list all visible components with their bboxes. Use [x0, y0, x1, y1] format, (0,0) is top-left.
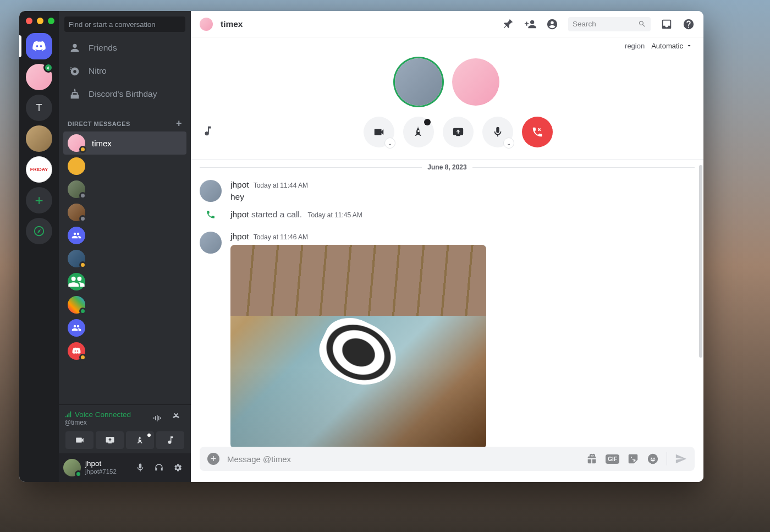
gif-button[interactable]: GIF: [606, 454, 619, 464]
call-participant[interactable]: [452, 58, 499, 106]
date-text: June 8, 2023: [427, 163, 466, 171]
status-offline-icon: [79, 215, 86, 222]
gift-button[interactable]: [586, 453, 598, 465]
help-button[interactable]: [683, 18, 695, 30]
video-options-dropdown[interactable]: ⌄: [384, 138, 395, 149]
hangup-button[interactable]: [522, 117, 553, 147]
message-author[interactable]: jhpot: [230, 180, 249, 190]
pinned-messages-button[interactable]: [502, 18, 514, 30]
maximize-window-button[interactable]: [48, 18, 54, 24]
message-author[interactable]: jhpot: [230, 232, 249, 242]
sticker-button[interactable]: [627, 453, 639, 465]
soundboard-button[interactable]: [156, 431, 184, 449]
avatar: [68, 250, 85, 267]
nav-label: Nitro: [89, 66, 107, 76]
server-item[interactable]: [26, 64, 52, 90]
screen-share-button[interactable]: [96, 431, 124, 449]
nitro-tab[interactable]: Nitro: [63, 59, 186, 83]
explore-servers-button[interactable]: [26, 218, 52, 244]
message-timestamp: Today at 11:44 AM: [254, 182, 308, 189]
minimize-window-button[interactable]: [37, 18, 43, 24]
dm-item[interactable]: [63, 316, 186, 339]
friends-tab[interactable]: Friends: [63, 36, 186, 59]
screen-share-icon: [105, 435, 115, 445]
activity-button[interactable]: [126, 431, 154, 449]
call-participant[interactable]: [395, 58, 442, 106]
audio-wave-icon: [152, 413, 162, 423]
notification-dot: [424, 119, 431, 125]
region-dropdown[interactable]: Automatic: [651, 42, 692, 50]
close-window-button[interactable]: [26, 18, 32, 24]
server-label: FRIDAY: [30, 167, 48, 172]
add-friends-button[interactable]: [524, 18, 536, 30]
status-offline-icon: [79, 192, 86, 199]
video-call-button[interactable]: ⌄: [364, 117, 394, 147]
birthday-tab[interactable]: Discord's Birthday: [63, 83, 186, 106]
user-info[interactable]: jhpot jhpot#7152: [85, 459, 127, 476]
avatar: [68, 296, 85, 314]
scrollbar-thumb[interactable]: [699, 165, 702, 358]
settings-button[interactable]: [169, 459, 186, 476]
user-avatar[interactable]: [63, 459, 81, 476]
create-dm-button[interactable]: +: [176, 118, 182, 129]
search-input[interactable]: Search: [568, 17, 651, 31]
status-idle-icon: [79, 146, 86, 153]
screen-share-call-button[interactable]: [443, 117, 474, 147]
activity-call-button[interactable]: [403, 117, 434, 147]
nav-label: Friends: [89, 43, 117, 53]
dm-item[interactable]: [63, 270, 186, 293]
soundboard-toggle[interactable]: [202, 125, 214, 139]
message-avatar[interactable]: [200, 180, 222, 202]
message-avatar[interactable]: [200, 232, 222, 254]
pin-icon: [502, 18, 514, 30]
message: jhpot Today at 11:46 AM: [200, 229, 695, 447]
emoji-icon: [647, 453, 659, 465]
deafen-button[interactable]: [150, 459, 168, 476]
message-author[interactable]: jhpot: [230, 210, 249, 219]
voice-connection-status[interactable]: Voice Connected: [64, 410, 131, 419]
mute-button[interactable]: [131, 459, 149, 476]
avatar: [68, 180, 85, 198]
voice-panel: Voice Connected @timex: [59, 404, 191, 453]
attach-button[interactable]: +: [207, 453, 219, 465]
add-server-button[interactable]: +: [26, 187, 52, 213]
dm-item[interactable]: [63, 201, 186, 224]
rocket-icon: [413, 126, 425, 138]
divider: [667, 452, 667, 465]
avatar: [68, 204, 85, 221]
system-message-text: jhpot started a call. Today at 11:45 AM: [230, 210, 362, 220]
message-composer: + Message @timex GIF: [191, 447, 703, 482]
user-panel: jhpot jhpot#7152: [59, 453, 191, 482]
home-button[interactable]: [26, 33, 52, 59]
server-item[interactable]: T: [26, 95, 52, 121]
noise-suppression-button[interactable]: [148, 409, 166, 427]
dm-item[interactable]: [63, 178, 186, 201]
main-content: timex Search region Automatic: [191, 11, 703, 482]
mic-options-dropdown[interactable]: ⌄: [503, 138, 514, 149]
image-attachment[interactable]: [230, 245, 486, 447]
dm-item[interactable]: [63, 155, 186, 178]
voice-channel-name[interactable]: @timex: [64, 419, 131, 426]
dm-item[interactable]: [63, 293, 186, 316]
message-list[interactable]: June 8, 2023 jhpot Today at 11:44 AM hey…: [191, 160, 703, 447]
video-button[interactable]: [65, 431, 94, 449]
dm-item[interactable]: [63, 247, 186, 270]
status-idle-icon: [79, 354, 86, 361]
message-input[interactable]: Message @timex: [227, 454, 578, 464]
dm-item[interactable]: [63, 224, 186, 247]
quick-switcher-placeholder: Find or start a conversation: [69, 20, 156, 29]
user-profile-button[interactable]: [546, 18, 558, 30]
inbox-button[interactable]: [661, 18, 673, 30]
server-item[interactable]: [26, 125, 52, 152]
message-timestamp: Today at 11:45 AM: [307, 211, 362, 219]
mute-call-button[interactable]: ⌄: [482, 117, 513, 147]
emoji-button[interactable]: [647, 453, 659, 465]
server-item[interactable]: FRIDAY: [26, 156, 52, 183]
quick-switcher[interactable]: Find or start a conversation: [64, 17, 185, 32]
gear-icon: [173, 463, 183, 473]
disconnect-button[interactable]: [168, 409, 185, 427]
dm-item[interactable]: [63, 339, 186, 363]
send-button[interactable]: [675, 453, 687, 465]
notification-dot: [147, 434, 151, 437]
dm-item-timex[interactable]: timex: [63, 131, 186, 155]
